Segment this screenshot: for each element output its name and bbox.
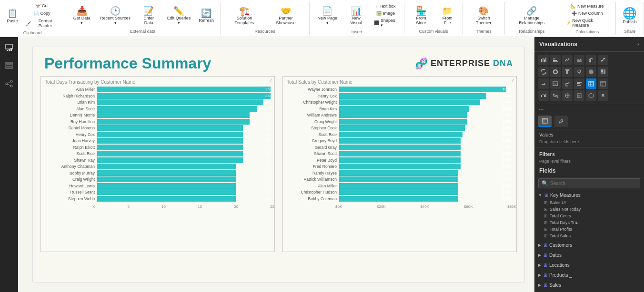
custom-visual-3-icon[interactable]: [586, 90, 596, 101]
bar-label: Brian Kim: [45, 100, 97, 105]
bar-value: 21: [265, 138, 270, 144]
text-box-icon: T: [375, 4, 378, 9]
x-axis-label: 0: [93, 204, 95, 209]
enter-data-button[interactable]: 📝 Enter Data: [136, 5, 161, 27]
copy-button[interactable]: 📄 Copy: [23, 10, 61, 17]
column-chart-icon[interactable]: [550, 55, 561, 65]
field-group-header-sales[interactable]: ▶⊞Sales: [534, 281, 644, 289]
field-item-icon: ⊞: [544, 234, 548, 238]
scatter-chart-icon[interactable]: [598, 55, 608, 65]
edit-queries-button[interactable]: ✏️ Edit Queries ▾: [163, 5, 194, 27]
line-chart-icon[interactable]: [562, 55, 573, 65]
field-group-header-key-measures[interactable]: ▼⊞Key Measures: [534, 191, 644, 199]
field-item[interactable]: ⊞Total Profits: [534, 226, 644, 233]
custom-visual-1-icon[interactable]: [562, 90, 573, 101]
field-item[interactable]: ⊞Sales Not Today: [534, 206, 644, 213]
bar-fill: [97, 87, 271, 92]
new-page-button[interactable]: 📄 New Page ▾: [313, 5, 342, 27]
field-item[interactable]: ⊞Total Days Tra...: [534, 219, 644, 226]
bar-row: Scott Rice21: [45, 151, 271, 156]
svg-line-10: [8, 82, 10, 83]
format-tab[interactable]: [554, 116, 568, 127]
bar-value: 20: [265, 170, 270, 176]
area-chart-icon[interactable]: [574, 55, 584, 65]
field-item-name: Total Profits: [550, 227, 640, 232]
switch-theme-button[interactable]: 🎨 Switch Theme▾: [467, 5, 501, 27]
svg-point-9: [10, 85, 12, 87]
bar-row: Christopher Wright$65K: [287, 99, 513, 105]
new-measure-button[interactable]: 📐 New Measure: [563, 3, 612, 10]
get-data-icon: 📥: [77, 6, 87, 16]
text-box-button[interactable]: T Text box: [371, 3, 400, 10]
card-chart-icon[interactable]: 42: [550, 78, 561, 89]
ribbon-chart-icon[interactable]: [550, 90, 561, 101]
left-chart-resize[interactable]: ⤢: [269, 78, 273, 83]
bar-track: 21: [97, 157, 271, 163]
field-group-header-dates[interactable]: ▶⊞Dates: [534, 251, 644, 259]
new-visual-button[interactable]: 📊 New Visual: [343, 5, 369, 27]
field-item[interactable]: ⊞Total Costs: [534, 213, 644, 219]
field-group-header-products[interactable]: ▶⊞Products _: [534, 271, 644, 279]
gauge-chart-icon[interactable]: [538, 78, 549, 89]
get-data-button[interactable]: 📥 Get Data ▾: [69, 5, 94, 27]
cut-button[interactable]: ✂️ Cut: [23, 3, 61, 10]
bar-value: 24: [265, 99, 270, 105]
viz-more-button[interactable]: ···: [534, 104, 644, 114]
field-item[interactable]: ⊞Sales LY: [534, 199, 644, 206]
bar-fill: [339, 183, 458, 189]
publish-label: Publish: [623, 20, 637, 25]
shapes-button[interactable]: ⬛ Shapes ▾: [371, 17, 400, 29]
data-view-button[interactable]: [2, 59, 16, 74]
field-group-header-customers[interactable]: ▶⊞Customers: [534, 241, 644, 249]
build-tab[interactable]: [538, 116, 552, 127]
map-chart-icon[interactable]: [574, 67, 584, 77]
model-view-button[interactable]: [2, 77, 16, 92]
report-view-button[interactable]: [2, 41, 16, 56]
field-group-header-locations[interactable]: ▶⊞Locations: [534, 261, 644, 269]
paste-icon: 📋: [7, 8, 18, 19]
donut-chart-icon[interactable]: [550, 67, 561, 77]
partner-showcase-button[interactable]: 🤝 Partner Showcase: [266, 5, 305, 27]
svg-point-26: [541, 69, 546, 74]
manage-relationships-button[interactable]: 🔗 Manage Relationships: [509, 5, 555, 27]
bar-fill: [339, 112, 467, 118]
slicer-icon[interactable]: [574, 78, 584, 89]
field-item-name: Total Sales: [550, 234, 640, 238]
paste-button[interactable]: 📋 Paste: [4, 7, 21, 25]
from-store-button[interactable]: 🏪 From Store: [408, 5, 434, 27]
right-chart-resize[interactable]: ⤢: [511, 78, 515, 83]
matrix-icon[interactable]: [598, 78, 608, 89]
filled-map-icon[interactable]: [586, 67, 596, 77]
field-item[interactable]: ⊞Total Sales: [534, 233, 644, 239]
custom-visual-2-icon[interactable]: [574, 90, 584, 101]
bar-label: Russell Grant: [45, 190, 97, 195]
format-painter-button[interactable]: 🖌️ Format Painter: [23, 18, 61, 29]
waterfall-chart-icon[interactable]: [538, 90, 549, 101]
new-quick-measure-button[interactable]: ⚡ New Quick Measure: [563, 17, 612, 29]
from-file-button[interactable]: 📁 From File: [436, 5, 459, 27]
bar-chart-icon[interactable]: [538, 55, 549, 65]
x-axis-label: $80K: [507, 204, 516, 209]
kpi-chart-icon[interactable]: KPI: [562, 78, 573, 89]
combo-chart-icon[interactable]: [586, 55, 596, 65]
field-group: ▶⊞Dates: [534, 250, 644, 260]
bar-track: 25: [97, 87, 271, 92]
table-chart-icon[interactable]: [586, 78, 596, 89]
refresh-button[interactable]: 🔄 Refresh: [196, 7, 216, 24]
search-input[interactable]: [550, 181, 637, 186]
treemap-icon[interactable]: [598, 67, 608, 77]
bar-fill: [339, 87, 506, 92]
funnel-chart-icon[interactable]: [562, 67, 573, 77]
fields-search-box[interactable]: 🔍: [538, 178, 640, 188]
pie-chart-icon[interactable]: [538, 67, 549, 77]
values-drop-area[interactable]: Drag data fields here: [534, 138, 644, 147]
solution-templates-button[interactable]: 🏗️ Solution Templates: [224, 5, 264, 27]
bar-track: 21: [97, 125, 271, 131]
new-column-button[interactable]: ➕ New Column: [563, 10, 612, 17]
publish-button[interactable]: 🌐 Publish: [620, 6, 640, 26]
visualizations-expand[interactable]: ›: [637, 41, 639, 48]
r-visual-icon[interactable]: R: [598, 90, 608, 101]
image-button[interactable]: 🖼️ Image: [371, 10, 400, 17]
field-group: ▶⊞Customers: [534, 240, 644, 250]
recent-sources-button[interactable]: 🕒 Recent Sources ▾: [96, 5, 134, 27]
